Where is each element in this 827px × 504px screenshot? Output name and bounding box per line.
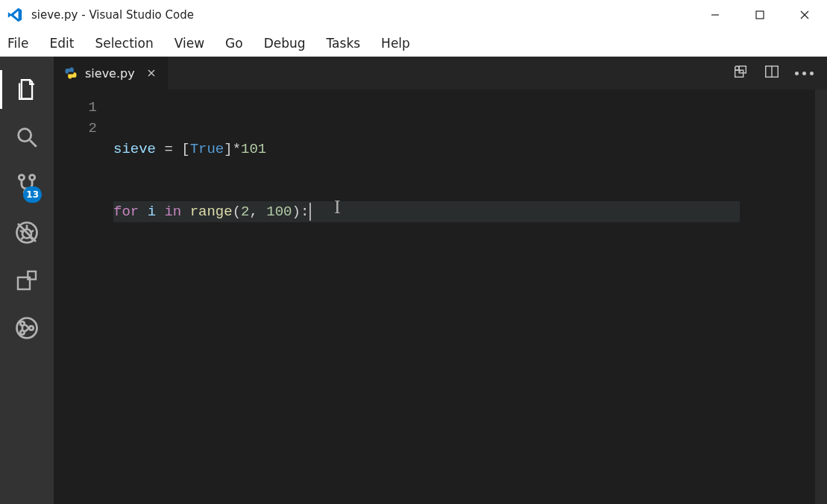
activity-explorer[interactable] xyxy=(0,66,54,113)
window-controls xyxy=(693,0,827,30)
line-number: 2 xyxy=(54,118,97,139)
svg-rect-1 xyxy=(756,11,764,19)
line-number: 1 xyxy=(54,97,97,118)
split-editor-icon[interactable] xyxy=(764,63,780,83)
menu-help[interactable]: Help xyxy=(371,31,421,55)
svg-line-5 xyxy=(30,140,37,147)
svg-point-6 xyxy=(19,175,24,180)
activity-source-control[interactable]: 13 xyxy=(0,161,54,209)
mouse-ibeam-icon: I xyxy=(334,197,341,218)
vscode-logo-icon xyxy=(0,7,30,23)
tab-label: sieve.py xyxy=(85,66,135,81)
text-cursor xyxy=(309,203,311,221)
activity-debug[interactable] xyxy=(0,209,54,256)
code-editor[interactable]: 1 2 sieve = [True]*101 for i in range(2,… xyxy=(54,89,827,504)
scm-badge: 13 xyxy=(23,186,42,203)
tab-sieve[interactable]: sieve.py xyxy=(54,57,169,89)
menu-tasks[interactable]: Tasks xyxy=(316,31,371,55)
menu-debug[interactable]: Debug xyxy=(254,31,316,55)
python-file-icon xyxy=(64,66,78,80)
svg-point-20 xyxy=(20,321,24,325)
tabs-row: sieve.py xyxy=(54,57,827,89)
menu-view[interactable]: View xyxy=(164,31,215,55)
vertical-scrollbar[interactable] xyxy=(815,89,827,504)
menu-selection[interactable]: Selection xyxy=(84,31,163,55)
tab-close-icon[interactable] xyxy=(145,67,157,79)
gutter: 1 2 xyxy=(54,89,113,504)
activity-git-graph[interactable] xyxy=(0,304,54,352)
menu-file[interactable]: File xyxy=(0,31,39,55)
open-changes-icon[interactable] xyxy=(732,63,749,83)
activity-extensions[interactable] xyxy=(0,256,54,304)
close-button[interactable] xyxy=(782,0,827,30)
maximize-button[interactable] xyxy=(738,0,782,30)
titlebar: sieve.py - Visual Studio Code xyxy=(0,0,827,30)
editor-group: sieve.py 1 2 sieve = xyxy=(54,57,827,504)
editor-actions xyxy=(719,57,827,89)
code-content[interactable]: sieve = [True]*101 for i in range(2, 100… xyxy=(113,89,740,504)
menubar: File Edit Selection View Go Debug Tasks … xyxy=(0,30,827,57)
svg-line-14 xyxy=(22,236,25,239)
window-title: sieve.py - Visual Studio Code xyxy=(30,8,194,22)
code-line[interactable]: for i in range(2, 100):I xyxy=(113,201,740,222)
more-actions-icon[interactable] xyxy=(795,72,814,75)
svg-point-4 xyxy=(19,129,31,142)
svg-point-22 xyxy=(29,326,33,330)
menu-edit[interactable]: Edit xyxy=(39,31,84,55)
activity-bar: 13 xyxy=(0,57,54,504)
minimize-button[interactable] xyxy=(693,0,738,30)
menu-go[interactable]: Go xyxy=(215,31,254,55)
svg-rect-26 xyxy=(739,66,746,73)
svg-point-7 xyxy=(30,175,35,180)
code-line[interactable]: sieve = [True]*101 xyxy=(113,139,740,160)
activity-search[interactable] xyxy=(0,113,54,161)
workbench: 13 sieve.py xyxy=(0,57,827,504)
svg-point-21 xyxy=(20,330,24,334)
